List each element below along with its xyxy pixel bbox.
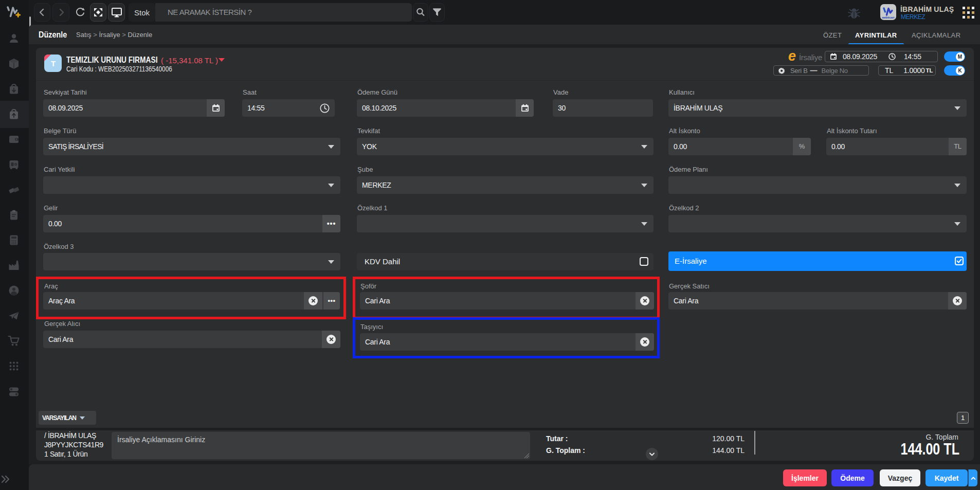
svg-text:T: T <box>51 59 56 68</box>
svg-text:webticari: webticari <box>881 16 895 19</box>
